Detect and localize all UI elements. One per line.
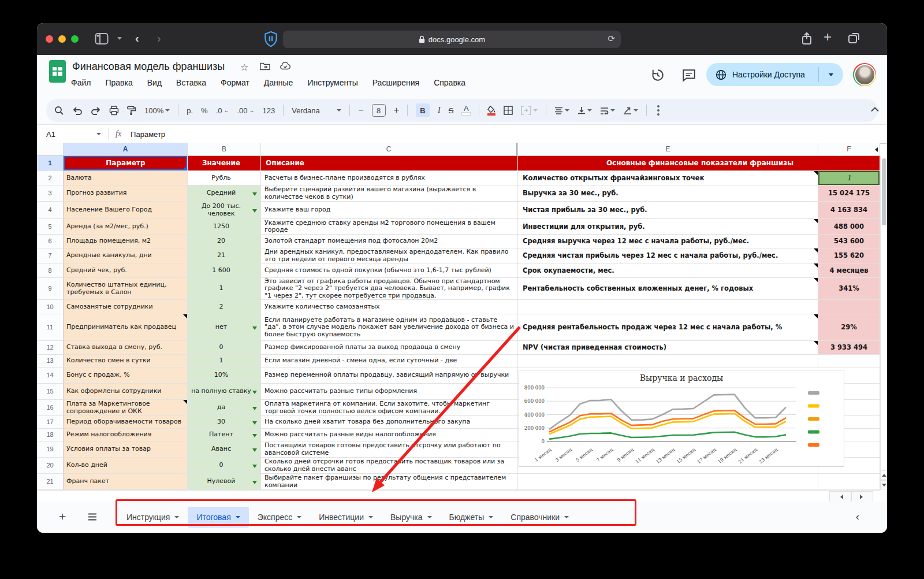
- cell-B7[interactable]: 21: [188, 248, 261, 263]
- tab-overview-icon[interactable]: [848, 32, 860, 47]
- cell-F5[interactable]: 488 000: [818, 219, 880, 235]
- more-toolbar-icon[interactable]: [657, 109, 660, 112]
- number-format-button[interactable]: 123: [263, 106, 275, 115]
- scroll-down-button[interactable]: [881, 480, 887, 489]
- cell-F3[interactable]: 15 024 175: [818, 185, 880, 202]
- row-header-12[interactable]: 12: [37, 341, 64, 355]
- cell-E3[interactable]: Выручка за 30 мес., руб.: [518, 185, 818, 202]
- cell-B14[interactable]: 10%: [188, 368, 261, 384]
- star-icon[interactable]: ☆: [240, 62, 248, 73]
- cell-E8[interactable]: Срок окупаемости, мес.: [518, 263, 818, 278]
- cell-C2[interactable]: Расчеты в бизнес-плане производятся в ру…: [261, 171, 518, 185]
- row-header-2[interactable]: 2: [37, 171, 64, 185]
- vertical-scrollbar[interactable]: [880, 156, 887, 490]
- vertical-align-button[interactable]: [578, 106, 592, 114]
- cell-A16[interactable]: Плата за Маркетинговое сопровождение и О…: [64, 400, 188, 416]
- back-button[interactable]: ‹: [135, 32, 139, 45]
- cell-C15[interactable]: Можно рассчитать разные типы оформления: [261, 384, 518, 400]
- formula-input[interactable]: Параметр: [131, 130, 165, 139]
- cell-E9[interactable]: Рентабельность собственных вложенных ден…: [518, 278, 818, 300]
- menu-справка[interactable]: Справка: [434, 78, 465, 87]
- version-history-icon[interactable]: [650, 68, 665, 85]
- maximize-window-button[interactable]: [71, 35, 79, 43]
- cell-C21[interactable]: Выбирайте пакет франшизы по результату о…: [261, 474, 518, 490]
- row-header-19[interactable]: 19: [37, 441, 64, 458]
- cell-F4[interactable]: 4 163 834: [818, 202, 880, 219]
- font-size-input[interactable]: 8: [372, 104, 386, 117]
- dropdown-arrow-icon[interactable]: [252, 209, 257, 215]
- font-select[interactable]: Verdana: [292, 106, 341, 115]
- cell-B8[interactable]: 1 600: [188, 263, 261, 278]
- menu-файл[interactable]: Файл: [71, 78, 91, 87]
- menu-формат[interactable]: Формат: [221, 78, 249, 87]
- cell-A3[interactable]: Прогноз развития: [64, 185, 188, 202]
- select-all-corner[interactable]: [37, 143, 64, 156]
- cell-C12[interactable]: Размер фиксированной платы за выход прод…: [261, 341, 518, 355]
- name-box[interactable]: A1: [37, 130, 101, 139]
- cell-F21[interactable]: [818, 474, 880, 490]
- decrease-decimal-button[interactable]: .0←: [216, 106, 229, 115]
- cell-F11[interactable]: 29%: [818, 314, 880, 341]
- cell-A21[interactable]: Франч пакет: [64, 474, 188, 490]
- row-header-9[interactable]: 9: [37, 278, 64, 300]
- cell-B3[interactable]: Средний: [188, 185, 261, 202]
- forward-button[interactable]: ›: [157, 32, 161, 45]
- cell-C10[interactable]: Укажите количество самозанятых: [261, 300, 518, 314]
- minimize-window-button[interactable]: [58, 35, 66, 43]
- cell-B12[interactable]: 0: [188, 341, 261, 355]
- cell-F2[interactable]: 1: [818, 171, 880, 185]
- row-header-16[interactable]: 16: [37, 400, 64, 416]
- cell-C20[interactable]: Сколько дней отсрочки готов предоставить…: [261, 458, 518, 474]
- collapse-toolbar-icon[interactable]: [871, 104, 879, 114]
- search-icon[interactable]: [54, 106, 64, 116]
- cell-E7[interactable]: Средняя чистая прибыль через 12 мес с на…: [518, 248, 818, 263]
- menu-правка[interactable]: Правка: [105, 78, 132, 87]
- vertical-scroll-thumb[interactable]: [882, 158, 886, 225]
- row-header-17[interactable]: 17: [37, 416, 64, 429]
- cell-F6[interactable]: 543 600: [818, 235, 880, 248]
- row-header-6[interactable]: 6: [37, 235, 64, 248]
- cell-C4[interactable]: Укажите ваш город: [261, 202, 518, 219]
- comments-icon[interactable]: [681, 68, 696, 85]
- dropdown-arrow-icon[interactable]: [252, 434, 257, 440]
- cell-C17[interactable]: На сколько дней хватит товара без дополн…: [261, 416, 518, 429]
- cell-E2[interactable]: Количество открытых франчайзинговых точе…: [518, 171, 818, 185]
- cell-A20[interactable]: Кол-во дней: [64, 458, 188, 474]
- cell-B17[interactable]: 30: [188, 416, 261, 429]
- cell-B13[interactable]: 1: [188, 355, 261, 368]
- cell-C11[interactable]: Если планируете работать в магазине одни…: [261, 314, 518, 341]
- cell-C5[interactable]: Укажите среднюю ставку аренды м2 торгово…: [261, 219, 518, 235]
- cell-E6[interactable]: Средняя выручка через 12 мес с начала ра…: [518, 235, 818, 248]
- bold-button[interactable]: B: [416, 103, 430, 117]
- column-header-A[interactable]: A: [64, 143, 188, 156]
- cell-E21[interactable]: [518, 474, 818, 490]
- paint-format-icon[interactable]: [127, 106, 136, 116]
- increase-decimal-button[interactable]: .00→: [237, 106, 255, 115]
- cell-A19[interactable]: Условия оплаты за товар: [64, 441, 188, 458]
- account-avatar[interactable]: [853, 63, 876, 86]
- print-icon[interactable]: [109, 106, 119, 116]
- cell-C3[interactable]: Выберите сценарий развития вашего магази…: [261, 185, 518, 202]
- cell-E4[interactable]: Чистая прибыль за 30 мес., руб.: [518, 202, 818, 219]
- row-header-3[interactable]: 3: [37, 185, 64, 202]
- move-folder-icon[interactable]: [260, 62, 270, 73]
- cell-A8[interactable]: Средний чек, руб.: [64, 263, 188, 278]
- all-sheets-icon[interactable]: [88, 513, 97, 523]
- column-header-E[interactable]: E: [518, 143, 818, 156]
- dropdown-arrow-icon[interactable]: [252, 192, 257, 198]
- borders-button[interactable]: [504, 106, 513, 115]
- row-header-8[interactable]: 8: [37, 263, 64, 278]
- cell-B5[interactable]: 1250: [188, 219, 261, 235]
- cell-C6[interactable]: Золотой стандарт помещения под фотосалон…: [261, 235, 518, 248]
- cell-A14[interactable]: Бонус с продаж, %: [64, 368, 188, 384]
- menu-вставка[interactable]: Вставка: [176, 78, 206, 87]
- cell-A17[interactable]: Период оборачиваемости товаров: [64, 416, 188, 429]
- cell-C18[interactable]: Можно рассчитать разные виды налогооблож…: [261, 429, 518, 441]
- cloud-status-icon[interactable]: [280, 62, 291, 72]
- cell-B15[interactable]: на полную ставку: [188, 384, 261, 400]
- redo-icon[interactable]: [91, 106, 101, 115]
- cell-B4[interactable]: До 200 тыс. человек: [188, 202, 261, 219]
- new-tab-button[interactable]: +: [824, 29, 832, 45]
- cell-E13[interactable]: [518, 355, 818, 368]
- close-window-button[interactable]: [46, 35, 53, 43]
